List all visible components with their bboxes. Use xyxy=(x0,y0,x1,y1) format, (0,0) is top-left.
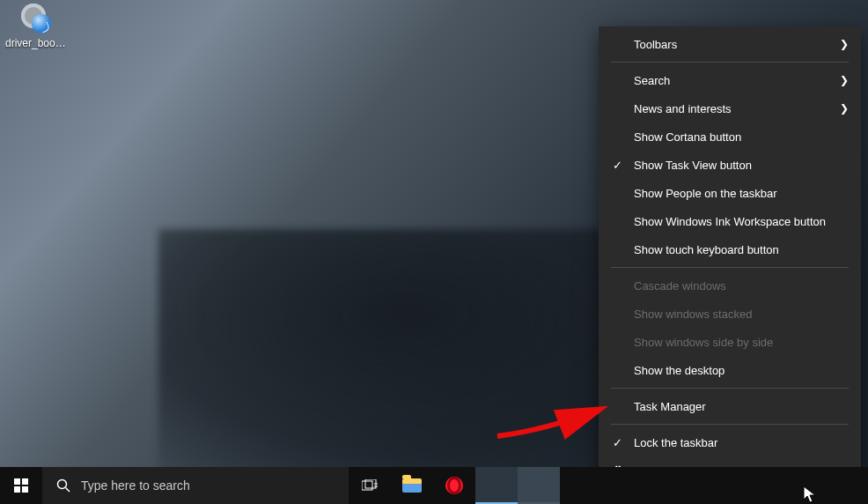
menu-item-lock-the-taskbar[interactable]: ✓Lock the taskbar xyxy=(599,428,861,456)
check-icon: ✓ xyxy=(609,436,625,449)
menu-item-news-and-interests[interactable]: News and interests❯ xyxy=(599,94,861,122)
menu-item-show-cortana-button[interactable]: Show Cortana button xyxy=(599,122,861,151)
taskbar-file-explorer[interactable] xyxy=(391,467,433,504)
menu-item-label: Lock the taskbar xyxy=(634,436,849,449)
menu-item-toolbars[interactable]: Toolbars❯ xyxy=(599,30,861,58)
menu-item-label: Show Windows Ink Workspace button xyxy=(634,215,849,228)
chevron-right-icon: ❯ xyxy=(840,74,849,86)
svg-rect-0 xyxy=(14,478,20,485)
menu-item-cascade-windows: Cascade windows xyxy=(599,271,861,300)
search-placeholder: Type here to search xyxy=(81,478,190,493)
windows-icon xyxy=(14,478,28,493)
taskbar: Type here to search xyxy=(0,467,868,504)
file-explorer-icon xyxy=(402,478,422,493)
menu-item-label: Show the desktop xyxy=(634,364,849,377)
chevron-right-icon: ❯ xyxy=(840,38,849,50)
menu-item-show-the-desktop[interactable]: Show the desktop xyxy=(599,356,861,384)
svg-rect-3 xyxy=(22,486,28,493)
menu-item-label: Show touch keyboard button xyxy=(634,243,849,256)
menu-item-label: News and interests xyxy=(634,102,831,115)
taskbar-context-menu: Toolbars❯Search❯News and interests❯Show … xyxy=(599,26,861,488)
taskbar-opera[interactable] xyxy=(433,467,475,504)
menu-separator xyxy=(611,388,849,389)
taskbar-running-app-2[interactable] xyxy=(518,467,560,504)
menu-item-label: Show windows stacked xyxy=(634,308,849,321)
svg-line-5 xyxy=(66,488,70,493)
check-icon: ✓ xyxy=(609,159,625,172)
menu-item-label: Task Manager xyxy=(634,400,849,413)
menu-separator xyxy=(611,424,849,425)
opera-icon xyxy=(445,477,463,494)
menu-separator xyxy=(611,267,849,268)
search-box[interactable]: Type here to search xyxy=(42,467,349,504)
menu-separator xyxy=(611,62,849,63)
svg-rect-1 xyxy=(22,478,28,485)
menu-item-show-people-on-the-taskbar[interactable]: Show People on the taskbar xyxy=(599,179,861,207)
mouse-cursor xyxy=(803,485,817,503)
menu-item-label: Show Cortana button xyxy=(634,130,849,144)
task-view-button[interactable] xyxy=(349,467,391,504)
start-button[interactable] xyxy=(0,467,42,504)
search-icon xyxy=(56,478,70,493)
menu-item-task-manager[interactable]: Task Manager xyxy=(599,392,861,420)
menu-item-show-task-view-button[interactable]: ✓Show Task View button xyxy=(599,151,861,179)
taskbar-running-app-1[interactable] xyxy=(475,467,518,504)
desktop-icon-label: driver_boos... xyxy=(5,37,69,49)
desktop-icon-driver-booster[interactable]: driver_boos... xyxy=(5,0,69,49)
menu-item-show-windows-side-by-side: Show windows side by side xyxy=(599,328,861,356)
menu-item-label: Search xyxy=(634,74,831,87)
svg-rect-2 xyxy=(14,486,20,493)
menu-item-show-windows-ink-workspace-button[interactable]: Show Windows Ink Workspace button xyxy=(599,207,861,235)
menu-item-show-touch-keyboard-button[interactable]: Show touch keyboard button xyxy=(599,235,861,263)
menu-item-show-windows-stacked: Show windows stacked xyxy=(599,300,861,328)
menu-item-label: Show Task View button xyxy=(634,159,849,172)
svg-point-4 xyxy=(58,480,67,489)
menu-item-label: Toolbars xyxy=(634,38,831,51)
menu-item-search[interactable]: Search❯ xyxy=(599,66,861,94)
driver-booster-icon xyxy=(16,0,58,35)
menu-item-label: Show windows side by side xyxy=(634,336,849,349)
chevron-right-icon: ❯ xyxy=(840,102,849,115)
menu-item-label: Cascade windows xyxy=(634,279,849,293)
menu-item-label: Show People on the taskbar xyxy=(634,187,849,200)
task-view-icon xyxy=(362,479,378,492)
